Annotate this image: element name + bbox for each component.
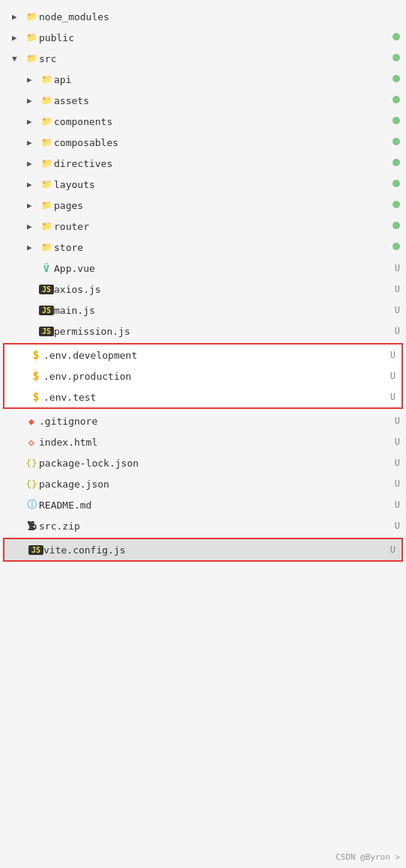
file-name: store [54,242,388,253]
file-name: public [39,32,388,43]
dot-badge [388,158,400,169]
tree-item-layouts[interactable]: ▶ 📁 layouts [0,174,406,195]
tree-item-axios-js[interactable]: JS axios.js U [0,279,406,300]
tree-item-readme-md[interactable]: ⓘ README.md U [0,494,406,515]
dot-badge [388,179,400,189]
status-badge: U [388,479,400,489]
tree-item-directives[interactable]: ▶ 📁 directives [0,153,406,174]
chevron-icon: ▶ [27,243,39,252]
vite-config-wrapper: JS vite.config.js U [3,538,403,562]
tree-item-node-modules[interactable]: ▶ 📁 node_modules [0,6,406,27]
chevron-icon: ▶ [27,75,39,85]
zip-icon: 🗜 [24,521,39,532]
tree-item-store[interactable]: ▶ 📁 store [0,237,406,258]
env-icon: $ [28,348,43,362]
dot-badge [388,116,400,127]
status-badge: U [388,305,400,315]
env-icon: $ [28,390,43,404]
folder-icon: 📁 [39,116,54,127]
file-name: layouts [54,179,388,190]
tree-item-app-vue[interactable]: V̈ App.vue U [0,258,406,279]
html-icon: ◇ [24,437,39,448]
file-name: node_modules [39,11,388,22]
file-name: App.vue [54,263,388,274]
file-name: package-lock.json [39,458,388,469]
folder-icon: 📁 [39,242,54,252]
dot-badge [388,137,400,148]
file-name: pages [54,200,388,211]
file-name: vite.config.js [43,544,384,556]
file-name: main.js [54,305,388,316]
dot-badge [388,221,400,231]
file-name: composables [54,137,388,148]
chevron-icon: ▶ [27,96,39,106]
tree-item-assets[interactable]: ▶ 📁 assets [0,90,406,111]
chevron-icon: ▶ [12,12,24,22]
file-name: directives [54,158,388,169]
status-badge: U [388,263,400,273]
status-badge: U [384,544,396,555]
folder-icon: 📁 [39,95,54,106]
tree-item-index-html[interactable]: ◇ index.html U [0,431,406,452]
chevron-icon: ▶ [27,117,39,127]
tree-item-pages[interactable]: ▶ 📁 pages [0,195,406,216]
tree-item-package-lock-json[interactable]: {} package-lock.json U [0,452,406,473]
json-icon: {} [24,479,39,490]
file-name: .env.test [43,392,384,403]
dot-badge [388,53,400,64]
dot-badge [388,32,400,43]
dot-badge [388,95,400,106]
tree-item-env-test[interactable]: $ .env.test U [4,386,402,407]
dot-badge [388,200,400,210]
tree-item-src-zip[interactable]: 🗜 src.zip U [0,515,406,536]
tree-item-router[interactable]: ▶ 📁 router [0,216,406,237]
tree-item-env-development[interactable]: $ .env.development U [4,345,402,365]
file-name: components [54,116,388,127]
file-name: axios.js [54,284,388,295]
tree-item-src[interactable]: ▼ 📁 src [0,48,406,69]
file-name: .gitignore [39,416,388,427]
status-badge: U [384,350,396,360]
tree-item-gitignore[interactable]: ◆ .gitignore U [0,410,406,431]
file-name: src.zip [39,521,388,532]
dot-badge [388,242,400,252]
chevron-icon: ▶ [27,201,39,210]
tree-item-env-production[interactable]: $ .env.production U [4,365,402,386]
file-name: .env.development [43,350,384,361]
status-badge: U [388,416,400,426]
tree-item-public[interactable]: ▶ 📁 public [0,27,406,48]
file-name: permission.js [54,326,388,337]
chevron-icon: ▶ [27,138,39,148]
tree-item-main-js[interactable]: JS main.js U [0,300,406,321]
status-badge: U [388,437,400,447]
chevron-icon: ▶ [27,180,39,189]
tree-item-composables[interactable]: ▶ 📁 composables [0,132,406,153]
tree-item-permission-js[interactable]: JS permission.js U [0,321,406,342]
chevron-icon: ▶ [12,33,24,43]
js-icon: JS [39,327,54,336]
tree-item-package-json[interactable]: {} package.json U [0,473,406,494]
status-badge: U [388,284,400,294]
tree-item-api[interactable]: ▶ 📁 api [0,69,406,90]
status-badge: U [388,326,400,336]
env-files-group: $ .env.development U $ .env.production U… [3,343,403,409]
folder-icon: 📁 [24,11,39,22]
git-icon: ◆ [24,416,39,427]
folder-icon: 📁 [39,200,54,210]
tree-item-vite-config-js[interactable]: JS vite.config.js U [4,539,402,560]
js-icon: JS [28,545,43,555]
vue-icon: V̈ [39,263,54,274]
tree-item-components[interactable]: ▶ 📁 components [0,111,406,132]
folder-icon: 📁 [39,74,54,85]
chevron-icon: ▼ [12,54,24,64]
watermark: CSDN @Byron > [336,852,400,862]
folder-icon: 📁 [24,32,39,43]
folder-icon: 📁 [39,221,54,231]
folder-icon: 📁 [24,53,39,64]
status-badge: U [388,500,400,510]
status-badge: U [384,392,396,402]
file-name: src [39,53,388,64]
status-badge: U [388,458,400,468]
file-name: router [54,221,388,232]
file-name: package.json [39,479,388,490]
